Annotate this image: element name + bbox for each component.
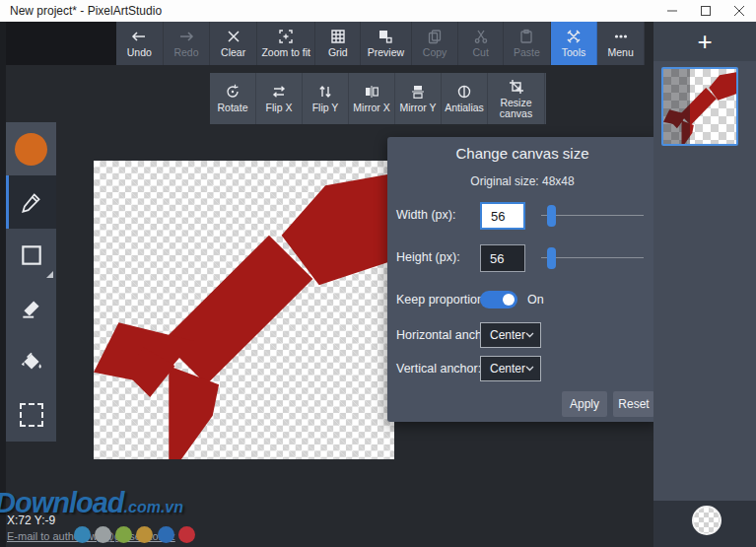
rectangle-tool[interactable]: [6, 229, 56, 282]
maximize-button[interactable]: [689, 0, 722, 22]
vertical-anchor-value: Center: [490, 362, 525, 376]
resize-canvas-button[interactable]: Resize canvas: [488, 73, 545, 124]
width-slider[interactable]: [541, 202, 644, 230]
flip-x-button[interactable]: Flip X: [256, 73, 303, 124]
grid-button[interactable]: Grid: [315, 22, 361, 65]
clear-button[interactable]: Clear: [210, 22, 257, 65]
keep-proportions-label: Keep proportions:: [396, 293, 494, 307]
eraser-icon: [19, 296, 44, 321]
watermark-dot: [74, 526, 91, 543]
redo-button[interactable]: Redo: [164, 22, 211, 65]
zoom-to-fit-icon: [277, 28, 295, 45]
vertical-anchor-select[interactable]: Center: [480, 356, 541, 381]
title-bar: New project* - PixelArtStudio: [0, 0, 756, 22]
watermark-dot: [136, 526, 153, 543]
preview-button[interactable]: Preview: [361, 22, 412, 65]
width-input[interactable]: 56: [480, 202, 525, 230]
transparent-color-well[interactable]: [692, 506, 722, 535]
chevron-down-icon: [525, 366, 534, 372]
window-title: New project* - PixelArtStudio: [10, 4, 162, 18]
height-slider-thumb[interactable]: [547, 247, 556, 269]
preview-icon: [377, 28, 394, 45]
watermark-dot: [158, 526, 174, 543]
copy-button[interactable]: Copy: [412, 22, 459, 65]
antialias-button[interactable]: Antialias: [442, 73, 488, 124]
frames-panel: +: [653, 22, 756, 547]
copy-icon: [426, 28, 444, 45]
flyout-corner-icon: [46, 271, 53, 278]
vertical-anchor-label: Vertical anchor:: [396, 362, 481, 376]
minimize-icon: [667, 6, 677, 16]
rotate-icon: [224, 83, 241, 101]
dialog-title: Change canvas size: [387, 145, 657, 162]
close-icon: [734, 6, 744, 16]
frames-panel-footer: [653, 501, 756, 547]
height-label: Height (px):: [396, 250, 460, 264]
height-slider-track: [541, 257, 644, 258]
color-swatch-circle: [15, 133, 47, 166]
apply-button[interactable]: Apply: [562, 391, 607, 417]
watermark-dot: [115, 526, 132, 543]
paste-icon: [517, 28, 535, 45]
width-label: Width (px):: [396, 208, 455, 222]
width-slider-thumb[interactable]: [547, 205, 556, 227]
mirror-y-icon: [409, 83, 427, 101]
keep-proportions-toggle[interactable]: [480, 291, 517, 308]
watermark-dot: [178, 526, 195, 543]
mirror-x-icon: [363, 83, 380, 101]
flip-y-button[interactable]: Flip Y: [303, 73, 349, 124]
original-size-text: Original size: 48x48: [387, 174, 657, 188]
cut-button[interactable]: Cut: [458, 22, 504, 65]
add-frame-button[interactable]: +: [653, 22, 756, 61]
antialias-icon: [455, 83, 473, 101]
menu-dots-icon: [612, 28, 630, 45]
undo-button[interactable]: Undo: [116, 22, 164, 65]
grid-icon: [329, 28, 347, 45]
chevron-down-icon: [525, 332, 534, 338]
menu-button[interactable]: Menu: [597, 22, 645, 65]
transform-toolbar: Rotate Flip X Flip Y Mirror X Mirror Y A…: [210, 73, 546, 124]
main-toolbar: Undo Redo Clear Zoom to fit Grid Preview…: [116, 22, 645, 65]
minimize-button[interactable]: [655, 0, 689, 22]
marquee-icon: [20, 403, 43, 427]
fill-bucket-icon: [19, 349, 44, 375]
width-slider-track: [541, 215, 644, 216]
watermark-dot: [95, 526, 111, 543]
maximize-icon: [701, 6, 711, 16]
eraser-tool[interactable]: [6, 282, 56, 335]
watermark-suffix: .com.vn: [124, 499, 183, 515]
height-slider[interactable]: [541, 244, 644, 272]
paste-button[interactable]: Paste: [504, 22, 551, 65]
redo-icon: [177, 28, 195, 45]
flip-y-icon: [316, 83, 334, 101]
mirror-x-button[interactable]: Mirror X: [349, 73, 395, 124]
tools-icon: [565, 28, 583, 45]
horizontal-anchor-select[interactable]: Center: [480, 322, 541, 348]
zoom-to-fit-button[interactable]: Zoom to fit: [257, 22, 316, 65]
rocket-artwork: [94, 161, 394, 459]
undo-icon: [130, 28, 148, 45]
pencil-icon: [19, 189, 44, 215]
toggle-knob: [503, 294, 515, 306]
mirror-y-button[interactable]: Mirror Y: [395, 73, 442, 124]
cursor-coordinates: X:72 Y:-9: [7, 513, 55, 527]
tools-button[interactable]: Tools: [551, 22, 598, 65]
horizontal-anchor-value: Center: [490, 328, 525, 342]
resize-canvas-icon: [508, 78, 525, 96]
toolbar-left-spacer: [0, 22, 116, 65]
height-input[interactable]: 56: [480, 244, 525, 272]
app-window: New project* - PixelArtStudio Undo Redo …: [0, 0, 756, 547]
rectangle-icon: [19, 242, 44, 268]
rotate-button[interactable]: Rotate: [210, 73, 256, 124]
color-swatch[interactable]: [6, 122, 56, 175]
clear-icon: [225, 28, 242, 45]
frame-thumbnail[interactable]: [661, 67, 738, 146]
reset-button[interactable]: Reset: [613, 391, 654, 417]
pixel-canvas[interactable]: [94, 161, 394, 459]
cut-icon: [472, 28, 490, 45]
pencil-tool[interactable]: [6, 175, 56, 229]
close-button[interactable]: [722, 0, 756, 22]
selection-tool[interactable]: [6, 388, 56, 442]
keep-proportions-state: On: [527, 293, 544, 307]
fill-tool[interactable]: [6, 335, 56, 388]
